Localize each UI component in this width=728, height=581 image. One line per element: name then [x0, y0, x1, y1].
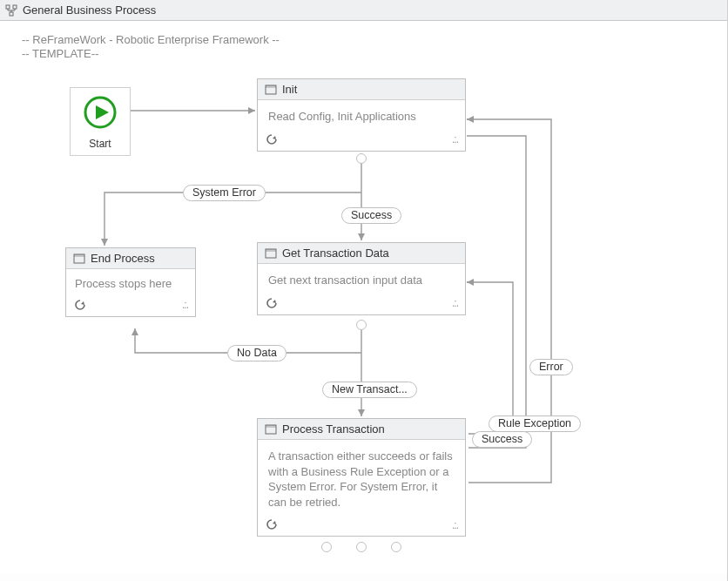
end-header: End Process [66, 248, 195, 269]
end-title: End Process [91, 252, 155, 265]
state-machine-icon [5, 4, 17, 17]
play-icon [83, 119, 118, 132]
expand-icon[interactable] [178, 301, 188, 309]
svg-rect-9 [266, 249, 276, 252]
get-transaction-node[interactable]: Get Transaction Data Get next transactio… [257, 242, 466, 315]
init-out-port[interactable] [356, 153, 367, 164]
proc-header: Process Transaction [258, 419, 465, 440]
edge-rule-exception[interactable]: Rule Exception [489, 415, 581, 432]
start-label: Start [74, 138, 126, 150]
get-title: Get Transaction Data [282, 247, 389, 260]
svg-rect-5 [266, 85, 276, 88]
get-header: Get Transaction Data [258, 243, 465, 264]
svg-rect-2 [10, 12, 13, 16]
edge-success-proc[interactable]: Success [472, 431, 532, 448]
workflow-title: General Business Process [23, 3, 156, 17]
init-header: Init [258, 79, 465, 100]
comment-line-1: -- ReFrameWork - Robotic Enterprise Fram… [22, 33, 280, 46]
init-desc: Read Config, Init Applications [268, 110, 416, 123]
state-icon [265, 84, 277, 95]
svg-rect-11 [266, 425, 276, 428]
expand-icon[interactable] [448, 299, 458, 307]
edge-new-transaction[interactable]: New Transact... [322, 382, 417, 398]
svg-rect-0 [6, 5, 10, 9]
loop-icon [265, 297, 279, 309]
svg-rect-1 [13, 5, 17, 9]
init-node[interactable]: Init Read Config, Init Applications [257, 78, 466, 152]
loop-icon [265, 518, 279, 530]
expand-icon[interactable] [448, 135, 458, 144]
proc-port-1[interactable] [321, 542, 332, 552]
svg-rect-7 [74, 254, 84, 257]
proc-port-3[interactable] [391, 542, 401, 552]
edge-no-data[interactable]: No Data [227, 345, 286, 361]
proc-port-2[interactable] [356, 542, 367, 552]
edge-error[interactable]: Error [529, 359, 573, 375]
edge-system-error[interactable]: System Error [183, 185, 266, 201]
workflow-canvas: General Business Process [0, 0, 728, 581]
loop-icon [73, 299, 87, 311]
get-desc: Get next transaction input data [268, 274, 422, 287]
end-process-node[interactable]: End Process Process stops here [65, 247, 196, 317]
get-out-port[interactable] [356, 320, 367, 330]
proc-desc: A transaction either succeeds or fails w… [268, 449, 453, 509]
state-icon [265, 424, 277, 435]
loop-icon [265, 133, 279, 145]
process-transaction-node[interactable]: Process Transaction A transaction either… [257, 418, 466, 537]
init-title: Init [282, 83, 297, 96]
expand-icon[interactable] [448, 520, 458, 529]
state-icon [265, 248, 277, 259]
proc-title: Process Transaction [282, 422, 385, 436]
edge-success-init[interactable]: Success [341, 207, 401, 224]
end-desc: Process stops here [75, 277, 172, 290]
state-icon [73, 253, 85, 264]
diagram-area[interactable]: -- ReFrameWork - Robotic Enterprise Fram… [0, 21, 727, 574]
workflow-title-bar: General Business Process [0, 0, 727, 21]
comment-line-2: -- TEMPLATE-- [22, 47, 98, 60]
start-node[interactable]: Start [70, 87, 131, 156]
